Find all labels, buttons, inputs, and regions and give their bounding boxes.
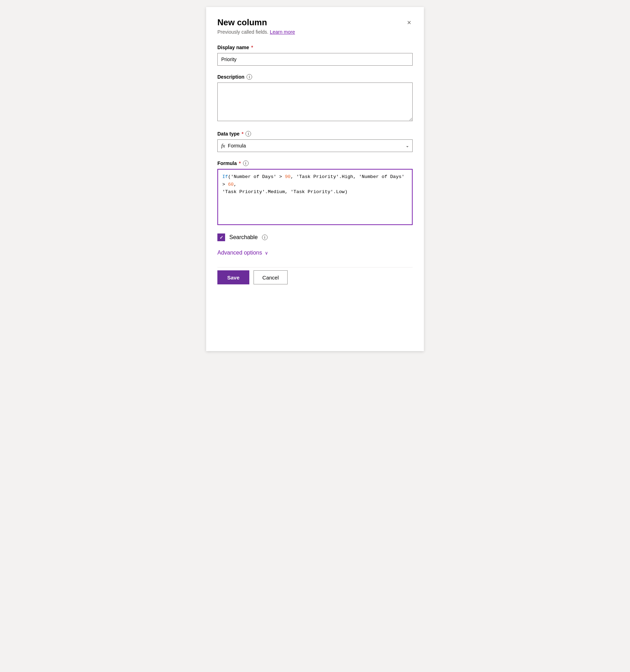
advanced-options-label: Advanced options bbox=[217, 250, 262, 256]
display-name-field-group: Display name * bbox=[217, 45, 413, 66]
display-name-input[interactable] bbox=[217, 53, 413, 66]
panel-header: New column × bbox=[217, 17, 413, 28]
advanced-options-row[interactable]: Advanced options ∨ bbox=[217, 250, 413, 256]
close-button[interactable]: × bbox=[406, 18, 413, 27]
data-type-info-icon: i bbox=[245, 131, 251, 137]
advanced-options-chevron-icon: ∨ bbox=[265, 250, 268, 256]
display-name-required: * bbox=[251, 45, 253, 50]
data-type-value: Formula bbox=[228, 143, 246, 149]
formula-input[interactable]: If('Number of Days' > 90, 'Task Priority… bbox=[217, 169, 413, 225]
description-input[interactable] bbox=[217, 83, 413, 121]
formula-required: * bbox=[239, 160, 241, 166]
new-column-panel: New column × Previously called fields. L… bbox=[206, 7, 424, 351]
footer-actions: Save Cancel bbox=[217, 267, 413, 284]
data-type-required: * bbox=[242, 131, 243, 137]
data-type-select-wrapper: fx Formula ⌄ bbox=[217, 139, 413, 152]
formula-label: Formula * i bbox=[217, 160, 413, 166]
searchable-checkbox[interactable]: ✓ bbox=[217, 233, 225, 241]
formula-field-group: Formula * i If('Number of Days' > 90, 'T… bbox=[217, 160, 413, 225]
searchable-label: Searchable bbox=[229, 234, 258, 241]
formula-info-icon: i bbox=[243, 160, 249, 166]
data-type-select[interactable]: fx Formula ⌄ bbox=[217, 139, 413, 152]
searchable-info-icon: i bbox=[262, 235, 268, 240]
description-info-icon: i bbox=[247, 74, 252, 80]
panel-title: New column bbox=[217, 17, 267, 28]
checkbox-check-icon: ✓ bbox=[219, 235, 223, 240]
cancel-button[interactable]: Cancel bbox=[254, 270, 288, 284]
description-label: Description i bbox=[217, 74, 413, 80]
save-button[interactable]: Save bbox=[217, 270, 249, 284]
data-type-field-group: Data type * i fx Formula ⌄ bbox=[217, 131, 413, 152]
description-field-group: Description i bbox=[217, 74, 413, 123]
learn-more-link[interactable]: Learn more bbox=[270, 29, 295, 35]
data-type-label: Data type * i bbox=[217, 131, 413, 137]
searchable-row: ✓ Searchable i bbox=[217, 233, 413, 241]
fx-icon: fx bbox=[221, 143, 225, 149]
panel-subtitle: Previously called fields. Learn more bbox=[217, 29, 413, 35]
data-type-chevron-icon: ⌄ bbox=[406, 143, 409, 148]
display-name-label: Display name * bbox=[217, 45, 413, 50]
